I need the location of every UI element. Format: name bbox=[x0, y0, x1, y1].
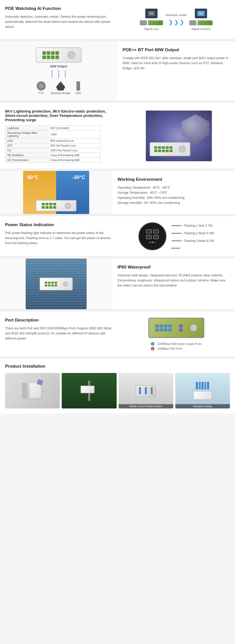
shelf-fan bbox=[179, 146, 185, 152]
media-switch bbox=[136, 385, 156, 397]
flash-label-2: Flashing 2 times 5.4W bbox=[184, 231, 214, 235]
arrow-right-3: ❯ bbox=[180, 19, 184, 26]
table-cell: 8KV exposed to air bbox=[48, 138, 100, 143]
ws-port-row bbox=[45, 282, 57, 284]
port-blue bbox=[164, 328, 167, 331]
table-cell: RE Radiation bbox=[5, 153, 48, 158]
center-port-row2 bbox=[42, 206, 56, 209]
device-ptz: PTZ bbox=[37, 81, 46, 95]
center-port-row1 bbox=[42, 203, 56, 205]
flash-line bbox=[171, 241, 182, 241]
ws-port-row bbox=[45, 284, 57, 287]
lightning-image: ⚡ bbox=[146, 111, 212, 161]
install-img-outdoor bbox=[62, 373, 116, 408]
poe-bt-section: 60W Output PTZ Wireless Bridge bbox=[0, 39, 235, 101]
dot bbox=[178, 248, 179, 249]
shelf-port bbox=[154, 150, 157, 152]
white-switch bbox=[40, 278, 73, 290]
port-row-2 bbox=[42, 56, 59, 59]
working-env-section: 60°C -30°C bbox=[0, 169, 235, 214]
shelf-port bbox=[158, 146, 161, 149]
fin bbox=[204, 382, 206, 389]
led-dots bbox=[149, 242, 155, 243]
power-status-left: Power Status Indication PoE power flashi… bbox=[0, 216, 118, 256]
camera-switch-right bbox=[189, 20, 213, 25]
table-cell: ESD bbox=[5, 138, 48, 143]
arrow-row: ❯ ❯ ❯ bbox=[168, 19, 184, 26]
led-icon bbox=[76, 81, 80, 91]
flash-item-1: Flashing 1 time 2.7W bbox=[171, 224, 214, 227]
ws-ports bbox=[45, 282, 57, 287]
poe-watchdog-right: Signal Loss Automatic restart ❯ ❯ ❯ bbox=[118, 0, 235, 39]
flash-item-2: Flashing 2 times 5.4W bbox=[171, 231, 214, 235]
tv-row-2 bbox=[155, 328, 172, 331]
poe-watchdog-title: POE Watchdog AI Function bbox=[5, 6, 113, 11]
poe-diagram: Signal Loss Automatic restart ❯ ❯ ❯ bbox=[137, 6, 215, 33]
poe-bt-right: POE++ BT Port 60W Output Comply with IEE… bbox=[118, 41, 235, 101]
ip65-title: IP65 Waterproof bbox=[118, 265, 230, 270]
shelf-port bbox=[162, 150, 165, 152]
cooling-assembly bbox=[193, 382, 212, 400]
tv-purple-group bbox=[179, 325, 183, 331]
dot bbox=[175, 248, 176, 249]
fin bbox=[196, 382, 198, 389]
switch-diagram: 60W Output PTZ Wireless Bridge bbox=[36, 47, 82, 95]
port-purple bbox=[179, 328, 183, 331]
bridge-icon bbox=[56, 81, 65, 91]
shelf-port bbox=[162, 146, 165, 149]
device-connections bbox=[52, 70, 66, 78]
port-desc-right: 1 -1000Mbps 60W power supply Ports 2 -10… bbox=[118, 312, 235, 356]
shelf-port bbox=[166, 150, 169, 152]
switch-shelf bbox=[150, 142, 190, 156]
fin bbox=[207, 382, 209, 389]
port-blue bbox=[168, 325, 172, 328]
bracket-assembly bbox=[22, 382, 42, 400]
cooling-fins bbox=[196, 382, 209, 389]
fin bbox=[201, 382, 203, 389]
port-blue bbox=[155, 328, 159, 331]
port-row-bottom bbox=[146, 235, 159, 239]
camera-switch-left bbox=[140, 20, 163, 25]
cooling-switch bbox=[193, 391, 212, 400]
poe-watchdog-text: Automatic detection, Automatic restart. … bbox=[5, 14, 113, 29]
port-green-1 bbox=[42, 51, 46, 55]
working-env-right: Working Environment Operating Temperatur… bbox=[113, 171, 235, 214]
port-row-top bbox=[146, 229, 159, 234]
bracket-inner bbox=[30, 383, 41, 398]
port-1-label: -1000Mbps 60W power supply Ports bbox=[156, 342, 201, 345]
port-label-2: 2 -100Mbps PoE Ports bbox=[151, 347, 204, 350]
line-bridge bbox=[58, 70, 59, 78]
power-status-right: Flashing 1 time 2.7W Flashing 2 times 5.… bbox=[118, 216, 235, 256]
media-port-3 bbox=[151, 387, 153, 394]
device-bridge: Wireless Bridge bbox=[51, 81, 70, 95]
media-label: Media convert Install position bbox=[119, 404, 173, 408]
center-port bbox=[53, 206, 56, 209]
table-cell: <65V bbox=[48, 131, 100, 138]
port-desc-section: Port Description There are both PoE and … bbox=[0, 310, 235, 357]
ws-port bbox=[48, 284, 51, 287]
working-env-title: Working Environment bbox=[118, 177, 230, 182]
media-port-1 bbox=[139, 387, 141, 394]
poe-bt-text: Comply with IEEE 802.3af / at/bt standar… bbox=[123, 56, 230, 71]
led-green bbox=[152, 242, 153, 243]
table-cell: 10KV No Packet Loss bbox=[48, 148, 100, 153]
dot bbox=[176, 248, 177, 249]
auto-restart-label: Automatic restart bbox=[166, 13, 187, 16]
port-desc-left: Port Description There are both PoE and … bbox=[0, 312, 118, 356]
ip65-left bbox=[0, 259, 113, 309]
dot bbox=[179, 248, 180, 249]
working-env-text: Operating Temperature: -30℃ ~60℃ Storage… bbox=[118, 185, 230, 205]
table-cell: EFT bbox=[5, 143, 48, 148]
ip65-section: IP65 Waterproof Industrial shell design,… bbox=[0, 257, 235, 310]
fin bbox=[199, 382, 201, 389]
led-label: LED bbox=[75, 92, 81, 95]
install-img-media: Media convert Install position bbox=[119, 373, 173, 408]
num-1: 1 bbox=[151, 342, 154, 346]
monitor-right bbox=[195, 9, 207, 18]
lightning-right: ⚡ bbox=[123, 103, 235, 169]
output-label: 60W Output bbox=[50, 65, 67, 68]
install-images-row: Media convert Install position Industria… bbox=[5, 373, 230, 408]
shelf-ports bbox=[154, 146, 173, 152]
center-port bbox=[45, 206, 49, 209]
outdoor-bg bbox=[62, 373, 116, 408]
